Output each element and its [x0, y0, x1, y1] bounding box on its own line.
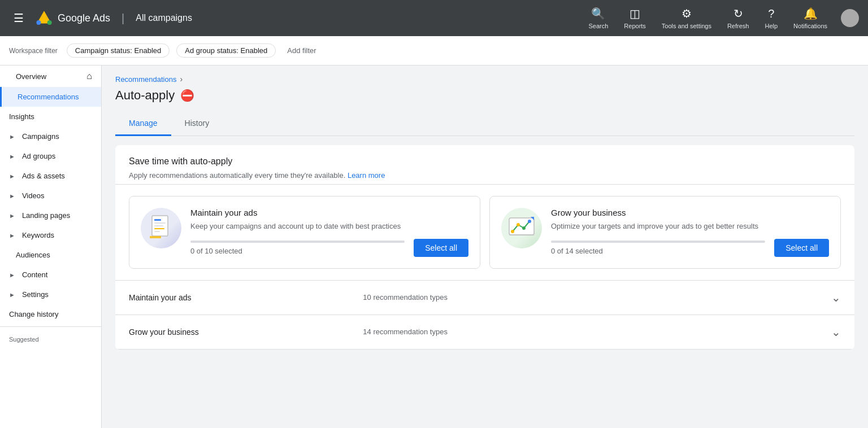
- svg-rect-10: [154, 228, 164, 229]
- learn-more-link[interactable]: Learn more: [348, 171, 385, 180]
- workspace-filter-label: Workspace filter: [9, 47, 58, 55]
- svg-point-5: [36, 20, 41, 25]
- user-avatar[interactable]: [841, 9, 859, 27]
- sidebar-section-suggested: Suggested: [0, 329, 101, 345]
- tab-manage[interactable]: Manage: [115, 112, 171, 136]
- reports-icon: ◫: [630, 7, 640, 20]
- maintain-ads-card: Maintain your ads Keep your campaigns an…: [129, 196, 480, 269]
- keywords-arrow: ►: [9, 232, 15, 239]
- help-button[interactable]: ? Help: [758, 4, 784, 33]
- grow-select-all-button[interactable]: Select all: [774, 239, 829, 257]
- sidebar-item-ad-groups[interactable]: ► Ad groups: [0, 146, 101, 166]
- maintain-progress-wrap: 0 of 10 selected: [190, 241, 405, 255]
- sidebar-item-ads-assets[interactable]: ► Ads & assets: [0, 166, 101, 186]
- maintain-expand-title: Maintain your ads: [129, 293, 363, 302]
- page-context-title: All campaigns: [136, 13, 192, 23]
- maintain-expand-chevron-icon: ⌄: [831, 291, 841, 304]
- auto-apply-main-card: Save time with auto-apply Apply recommen…: [115, 145, 854, 350]
- add-filter-button[interactable]: Add filter: [283, 44, 320, 57]
- sidebar-audiences-label: Audiences: [16, 251, 50, 259]
- reports-button[interactable]: ◫ Reports: [617, 3, 653, 33]
- bell-icon: 🔔: [804, 7, 818, 20]
- page-title: Auto-apply: [115, 88, 175, 103]
- tab-history[interactable]: History: [171, 112, 223, 136]
- adgroups-arrow: ►: [9, 153, 15, 160]
- refresh-button[interactable]: ↻ Refresh: [721, 3, 756, 33]
- sidebar-item-insights[interactable]: Insights: [0, 107, 101, 126]
- notifications-button[interactable]: 🔔 Notifications: [787, 3, 834, 33]
- grow-business-body: Grow your business Optimize your targets…: [551, 208, 829, 257]
- svg-point-15: [517, 223, 520, 226]
- sidebar-overview-label: Overview: [16, 72, 46, 81]
- page-tabs: Manage History: [115, 112, 854, 136]
- grow-progress-bg: [551, 241, 765, 243]
- campaigns-arrow: ►: [9, 133, 15, 140]
- sidebar: Overview ⌂ Recommendations Insights ► Ca…: [0, 65, 102, 428]
- sidebar-collapse-button[interactable]: ›: [101, 233, 102, 260]
- sidebar-item-keywords[interactable]: ► Keywords: [0, 225, 101, 245]
- reports-label: Reports: [624, 23, 646, 29]
- landing-arrow: ►: [9, 212, 15, 219]
- sidebar-landing-label: Landing pages: [22, 211, 70, 220]
- sidebar-item-campaigns[interactable]: ► Campaigns: [0, 126, 101, 146]
- tools-settings-button[interactable]: ⚙ Tools and settings: [655, 3, 718, 33]
- breadcrumb-parent[interactable]: Recommendations: [115, 75, 176, 84]
- svg-rect-9: [154, 225, 163, 226]
- maintain-selected-text: 0 of 10 selected: [190, 247, 242, 255]
- sidebar-item-landing-pages[interactable]: ► Landing pages: [0, 206, 101, 225]
- grow-expand-row[interactable]: Grow your business 14 recommendation typ…: [115, 315, 854, 350]
- maintain-expand-subtitle: 10 recommendation types: [363, 293, 831, 302]
- sidebar-item-overview[interactable]: Overview ⌂: [0, 65, 101, 87]
- help-label: Help: [765, 23, 778, 29]
- grow-business-desc: Optimize your targets and improve your a…: [551, 221, 829, 232]
- sidebar-insights-label: Insights: [9, 112, 34, 121]
- expand-rows: Maintain your ads 10 recommendation type…: [115, 280, 854, 350]
- videos-arrow: ►: [9, 193, 15, 199]
- grow-business-title: Grow your business: [551, 208, 829, 217]
- content-arrow: ►: [9, 272, 15, 278]
- sidebar-item-recommendations[interactable]: Recommendations: [0, 87, 101, 107]
- grow-expand-title: Grow your business: [129, 327, 363, 337]
- maintain-ads-title: Maintain your ads: [190, 208, 468, 217]
- campaign-status-filter[interactable]: Campaign status: Enabled: [67, 43, 170, 58]
- maintain-ads-body: Maintain your ads Keep your campaigns an…: [190, 208, 468, 257]
- maintain-expand-row[interactable]: Maintain your ads 10 recommendation type…: [115, 281, 854, 315]
- maintain-ads-desc: Keep your campaigns and account up to da…: [190, 221, 468, 232]
- main-layout: Overview ⌂ Recommendations Insights ► Ca…: [0, 65, 868, 428]
- sidebar-item-videos[interactable]: ► Videos: [0, 186, 101, 206]
- grow-business-card: Grow your business Optimize your targets…: [489, 196, 841, 269]
- sidebar-recommendations-label: Recommendations: [18, 93, 79, 101]
- settings-arrow: ►: [9, 291, 15, 298]
- maintain-ads-footer: 0 of 10 selected Select all: [190, 239, 468, 257]
- home-icon: ⌂: [86, 71, 92, 81]
- sidebar-item-change-history[interactable]: Change history: [0, 304, 101, 324]
- hamburger-menu[interactable]: ☰: [9, 7, 28, 29]
- grow-progress-wrap: 0 of 14 selected: [551, 241, 765, 255]
- search-icon: 🔍: [591, 7, 605, 20]
- sidebar-item-audiences[interactable]: Audiences: [0, 245, 101, 265]
- page-header: Auto-apply ⛔: [115, 88, 854, 103]
- sidebar-change-history-label: Change history: [9, 310, 58, 318]
- sidebar-keywords-label: Keywords: [22, 231, 54, 239]
- sidebar-settings-label: Settings: [22, 290, 49, 299]
- adgroup-status-filter[interactable]: Ad group status: Enabled: [176, 43, 276, 58]
- svg-rect-8: [154, 222, 166, 224]
- workspace-filter-bar: Workspace filter Campaign status: Enable…: [0, 36, 868, 65]
- breadcrumb-arrow: ›: [180, 75, 183, 84]
- svg-point-17: [528, 220, 531, 223]
- card-header: Save time with auto-apply Apply recommen…: [115, 145, 854, 185]
- svg-point-4: [47, 20, 52, 25]
- sidebar-videos-label: Videos: [22, 191, 45, 200]
- search-button[interactable]: 🔍 Search: [581, 3, 615, 33]
- tools-icon: ⚙: [682, 7, 692, 20]
- sidebar-item-content[interactable]: ► Content: [0, 265, 101, 285]
- grow-expand-subtitle: 14 recommendation types: [363, 327, 831, 336]
- search-label: Search: [588, 23, 608, 29]
- maintain-select-all-button[interactable]: Select all: [414, 239, 468, 257]
- card-subtitle-text: Apply recommendations automatically ever…: [129, 171, 345, 180]
- google-ads-logo: Google Ads: [35, 9, 110, 27]
- sidebar-adgroups-label: Ad groups: [22, 152, 55, 160]
- sidebar-divider: [0, 326, 101, 327]
- auto-apply-close-button[interactable]: ⛔: [180, 89, 194, 102]
- sidebar-item-settings[interactable]: ► Settings: [0, 285, 101, 304]
